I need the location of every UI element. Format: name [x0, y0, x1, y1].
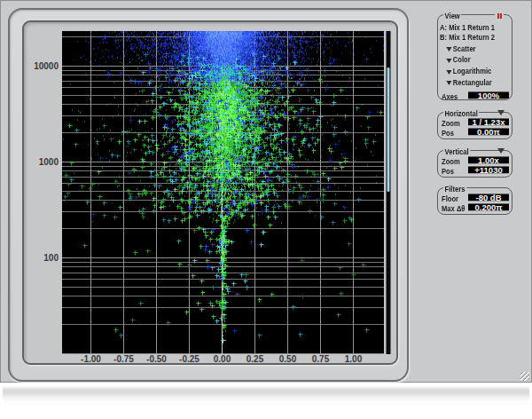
svg-text:1000: 1000: [39, 157, 59, 167]
svg-text:0.25: 0.25: [246, 354, 264, 364]
svg-text:0.50: 0.50: [279, 354, 297, 364]
svg-text:-1.00: -1.00: [81, 354, 101, 364]
svg-text:1.00: 1.00: [345, 354, 363, 364]
svg-text:0.75: 0.75: [312, 354, 330, 364]
svg-text:0.00: 0.00: [214, 354, 231, 364]
svg-text:100: 100: [43, 253, 59, 263]
svg-text:-0.75: -0.75: [113, 354, 134, 364]
svg-text:-0.25: -0.25: [179, 354, 200, 364]
svg-text:-0.50: -0.50: [146, 354, 167, 364]
svg-text:10000: 10000: [34, 61, 59, 71]
